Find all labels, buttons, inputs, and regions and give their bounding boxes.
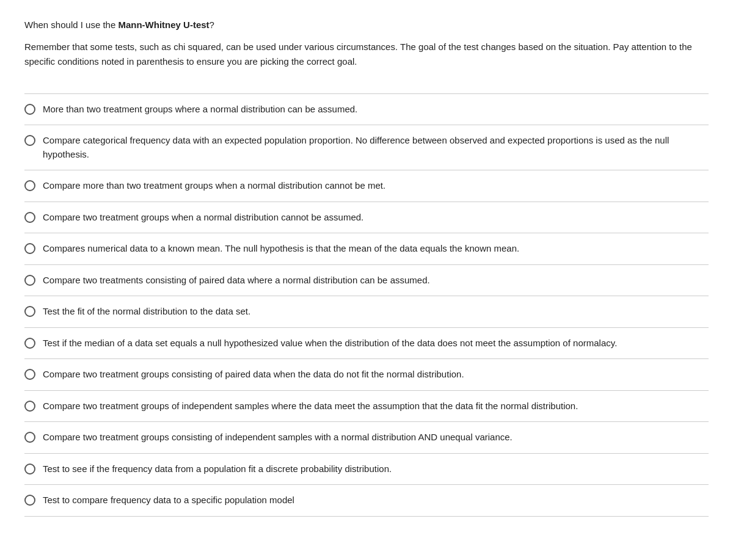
option-text-3: Compare more than two treatment groups w… xyxy=(43,179,385,193)
intro-title: When should I use the Mann-Whitney U-tes… xyxy=(24,18,709,32)
option-row: Compare two treatments consisting of pai… xyxy=(24,264,709,296)
option-text-8: Test if the median of a data set equals … xyxy=(43,336,617,351)
option-text-12: Test to see if the frequency data from a… xyxy=(43,462,392,476)
option-row: Compare categorical frequency data with … xyxy=(24,125,709,170)
intro-title-suffix: ? xyxy=(210,20,214,30)
intro-title-prefix: When should I use the xyxy=(24,20,118,30)
radio-button-8[interactable] xyxy=(24,338,35,349)
option-text-6: Compare two treatments consisting of pai… xyxy=(43,274,430,288)
radio-button-6[interactable] xyxy=(24,275,35,286)
option-text-13: Test to compare frequency data to a spec… xyxy=(43,493,294,507)
option-row: Compares numerical data to a known mean.… xyxy=(24,233,709,264)
radio-button-2[interactable] xyxy=(24,135,35,146)
intro-section: When should I use the Mann-Whitney U-tes… xyxy=(24,18,709,69)
option-row: Compare two treatment groups when a norm… xyxy=(24,202,709,233)
options-section: More than two treatment groups where a n… xyxy=(24,93,709,517)
intro-body: Remember that some tests, such as chi sq… xyxy=(24,40,709,69)
option-text-9: Compare two treatment groups consisting … xyxy=(43,368,464,382)
option-row: Compare two treatment groups consisting … xyxy=(24,421,709,453)
radio-button-4[interactable] xyxy=(24,212,35,223)
option-text-11: Compare two treatment groups consisting … xyxy=(43,431,512,445)
option-text-2: Compare categorical frequency data with … xyxy=(43,134,709,161)
option-row: Test if the median of a data set equals … xyxy=(24,327,709,359)
option-row: Test to see if the frequency data from a… xyxy=(24,453,709,485)
option-text-5: Compares numerical data to a known mean.… xyxy=(43,242,519,256)
radio-button-9[interactable] xyxy=(24,369,35,380)
radio-button-12[interactable] xyxy=(24,464,35,475)
option-row: Compare more than two treatment groups w… xyxy=(24,170,709,202)
option-row: Test the fit of the normal distribution … xyxy=(24,296,709,327)
radio-button-13[interactable] xyxy=(24,495,35,506)
option-row: More than two treatment groups where a n… xyxy=(24,93,709,125)
radio-button-7[interactable] xyxy=(24,306,35,317)
radio-button-3[interactable] xyxy=(24,180,35,191)
radio-button-5[interactable] xyxy=(24,243,35,254)
radio-button-10[interactable] xyxy=(24,401,35,412)
radio-button-11[interactable] xyxy=(24,432,35,443)
option-text-1: More than two treatment groups where a n… xyxy=(43,103,357,117)
option-row: Compare two treatment groups of independ… xyxy=(24,390,709,422)
option-text-10: Compare two treatment groups of independ… xyxy=(43,399,578,413)
option-text-4: Compare two treatment groups when a norm… xyxy=(43,211,363,225)
intro-title-bold: Mann-Whitney U-test xyxy=(118,20,209,30)
option-row: Test to compare frequency data to a spec… xyxy=(24,484,709,517)
radio-button-1[interactable] xyxy=(24,104,35,115)
option-text-7: Test the fit of the normal distribution … xyxy=(43,305,250,319)
option-row: Compare two treatment groups consisting … xyxy=(24,358,709,390)
